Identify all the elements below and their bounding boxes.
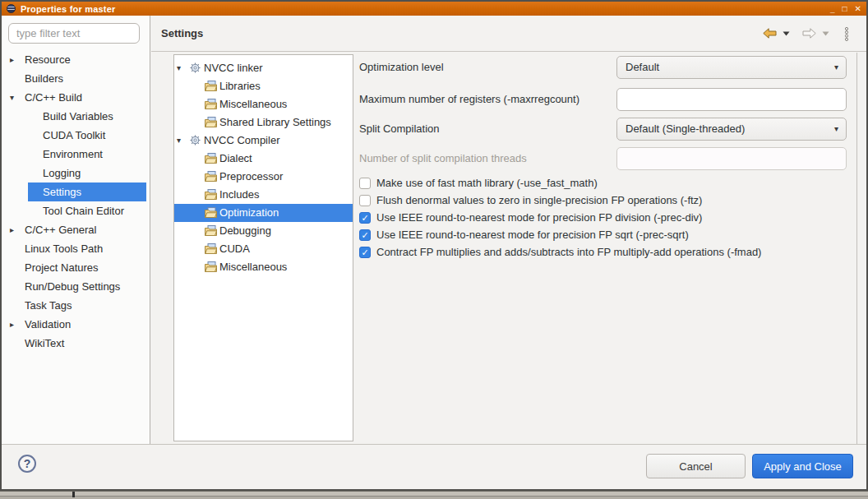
expander-icon[interactable]: ▸ [10, 315, 14, 334]
filter-input[interactable] [8, 23, 140, 44]
tool-gear-icon [190, 62, 201, 73]
checkbox-use-fast-math[interactable]: Make use of fast math library (-use_fast… [359, 175, 761, 191]
checkbox-prec-div[interactable]: ✓ Use IEEE round-to-nearest mode for pre… [359, 210, 761, 225]
help-button[interactable]: ? [18, 455, 36, 473]
sidebar-item-logging[interactable]: Logging [2, 164, 150, 183]
category-folder-icon [205, 207, 217, 218]
chevron-down-icon: ▾ [834, 57, 838, 78]
expander-icon[interactable]: ▸ [10, 50, 14, 69]
tool-item-linker-miscellaneous[interactable]: Miscellaneous [174, 95, 353, 113]
properties-dialog: Properties for master _ □ ✕ ▸Resource Bu… [0, 0, 868, 491]
category-folder-icon [205, 99, 217, 109]
category-folder-icon [205, 261, 217, 272]
history-toolbar [763, 26, 850, 41]
checkbox-checked[interactable]: ✓ [359, 212, 371, 224]
sidebar: ▸Resource Builders ▾C/C++ Build Build Va… [2, 16, 150, 444]
tool-item-dialect[interactable]: Dialect [174, 150, 353, 168]
page-title: Settings [161, 27, 203, 39]
tool-item-shared-library-settings[interactable]: Shared Library Settings [174, 113, 353, 132]
category-tree: ▸Resource Builders ▾C/C++ Build Build Va… [2, 49, 150, 353]
tool-item-nvcc-compiler[interactable]: ▾ NVCC Compiler [174, 132, 353, 150]
expander-icon[interactable]: ▾ [10, 88, 14, 107]
split-threads-label: Number of split compilation threads [359, 147, 610, 170]
sidebar-item-builders[interactable]: Builders [2, 69, 150, 88]
split-compilation-select[interactable]: Default (Single-threaded) ▾ [616, 118, 847, 141]
view-menu-icon [843, 26, 850, 41]
tool-item-compiler-miscellaneous[interactable]: Miscellaneous [174, 258, 353, 276]
maximize-button[interactable]: □ [843, 5, 847, 13]
bottom-strip [0, 491, 868, 499]
sidebar-item-tool-chain-editor[interactable]: Tool Chain Editor [2, 201, 150, 220]
checkbox-checked[interactable]: ✓ [359, 229, 371, 241]
tool-item-cuda[interactable]: CUDA [174, 240, 353, 258]
back-button[interactable] [763, 28, 777, 39]
eclipse-window-icon [7, 4, 16, 13]
sidebar-item-environment[interactable]: Environment [2, 145, 150, 164]
sidebar-item-cpp-general[interactable]: ▸C/C++ General [2, 220, 150, 239]
expander-icon[interactable]: ▸ [10, 220, 14, 239]
tool-item-includes[interactable]: Includes [174, 186, 353, 204]
sidebar-item-settings[interactable]: Settings [2, 183, 150, 201]
tool-settings-tree: ▾ NVCC linker Libraries Miscellaneous Sh… [173, 54, 353, 441]
option-checkbox-group: Make use of fast math library (-use_fast… [359, 175, 761, 260]
sidebar-item-cpp-build[interactable]: ▾C/C++ Build [2, 88, 150, 107]
footer: ? Cancel Apply and Close [2, 445, 866, 489]
view-menu-button[interactable] [843, 26, 850, 41]
screen: Properties for master _ □ ✕ ▸Resource Bu… [0, 0, 868, 499]
window-title: Properties for master [21, 4, 115, 14]
category-folder-icon [205, 189, 217, 200]
tool-item-nvcc-linker[interactable]: ▾ NVCC linker [174, 59, 353, 77]
checkbox[interactable] [359, 178, 371, 189]
optimization-level-label: Optimization level [359, 56, 610, 79]
category-folder-icon [205, 225, 217, 236]
bottom-strip-notch [72, 492, 75, 497]
page-header: Settings [151, 16, 866, 52]
tool-item-libraries[interactable]: Libraries [174, 77, 353, 95]
expander-icon[interactable]: ▾ [177, 132, 181, 150]
chevron-down-icon: ▾ [834, 118, 838, 140]
minimize-button[interactable]: _ [830, 5, 835, 13]
tool-item-optimization[interactable]: Optimization [174, 204, 353, 222]
split-compilation-label: Split Compilation [359, 118, 610, 141]
split-threads-input [616, 147, 847, 170]
sidebar-item-project-natures[interactable]: Project Natures [2, 258, 150, 277]
sidebar-item-resource[interactable]: ▸Resource [2, 50, 150, 69]
forward-button[interactable] [802, 28, 816, 39]
back-arrow-icon [763, 28, 777, 39]
tool-gear-icon [190, 135, 201, 146]
sidebar-item-cuda-toolkit[interactable]: CUDA Toolkit [2, 126, 150, 145]
sidebar-item-task-tags[interactable]: Task Tags [2, 296, 150, 315]
back-menu-button[interactable] [783, 31, 790, 36]
forward-menu-button[interactable] [822, 31, 829, 36]
category-folder-icon [205, 243, 217, 254]
category-folder-icon [205, 117, 217, 127]
checkbox-prec-sqrt[interactable]: ✓ Use IEEE round-to-nearest mode for pre… [359, 227, 761, 243]
checkbox[interactable] [359, 195, 371, 206]
caret-down-icon [783, 31, 790, 36]
content-frame-edge [856, 53, 857, 444]
tool-item-preprocessor[interactable]: Preprocessor [174, 168, 353, 186]
optimization-level-select[interactable]: Default ▾ [616, 56, 847, 79]
max-registers-label: Maximum number of registers (-maxrregcou… [359, 88, 610, 111]
checkbox-checked[interactable]: ✓ [359, 247, 371, 258]
sidebar-item-wikitext[interactable]: WikiText [2, 334, 150, 353]
tool-item-debugging[interactable]: Debugging [174, 222, 353, 240]
sidebar-item-validation[interactable]: ▸Validation [2, 315, 150, 334]
expander-icon[interactable]: ▾ [177, 59, 181, 77]
apply-and-close-button[interactable]: Apply and Close [752, 454, 853, 478]
close-button[interactable]: ✕ [855, 5, 861, 13]
category-folder-icon [205, 153, 217, 164]
checkbox-ftz[interactable]: Flush denormal values to zero in single-… [359, 192, 761, 208]
category-folder-icon [205, 81, 217, 91]
sidebar-item-linux-tools-path[interactable]: Linux Tools Path [2, 239, 150, 258]
forward-arrow-icon [802, 28, 816, 39]
titlebar[interactable]: Properties for master _ □ ✕ [2, 2, 866, 16]
sidebar-item-build-variables[interactable]: Build Variables [2, 107, 150, 126]
sidebar-item-run-debug-settings[interactable]: Run/Debug Settings [2, 277, 150, 296]
checkbox-fmad[interactable]: ✓ Contract FP multiplies and adds/subtra… [359, 244, 761, 260]
max-registers-input[interactable] [616, 88, 847, 111]
caret-down-icon [822, 31, 829, 36]
cancel-button[interactable]: Cancel [646, 454, 746, 478]
category-folder-icon [205, 171, 217, 182]
